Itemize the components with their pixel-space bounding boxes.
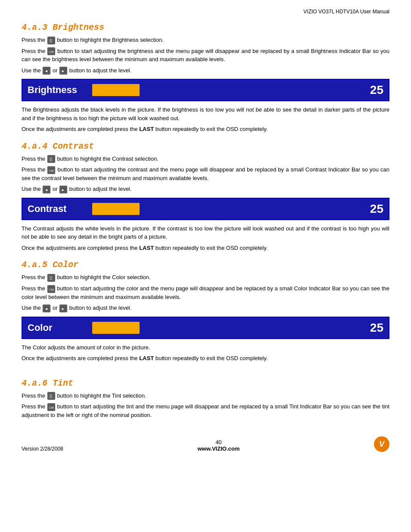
left-icon-2: ◄ xyxy=(43,186,50,193)
color-bar-value: 25 xyxy=(366,321,383,335)
ok-icon-3: OK xyxy=(47,285,55,293)
left-icon-3: ◄ xyxy=(43,305,50,312)
brightness-bar: Brightness 25 xyxy=(22,79,389,101)
contrast-bar: Contrast 25 xyxy=(22,198,389,220)
color-bar-label: Color xyxy=(28,322,88,333)
brightness-bar-value: 25 xyxy=(366,83,383,97)
page-header: VIZIO VO37L HDTV10A User Manual xyxy=(22,9,389,15)
color-bar-track xyxy=(92,322,362,334)
vizio-v-icon: V xyxy=(379,440,384,449)
svg-text:☰: ☰ xyxy=(49,39,53,43)
brightness-para2: Press the OK button to start adjusting t… xyxy=(22,47,389,64)
brightness-desc1: The Brightness adjusts the black levels … xyxy=(22,106,389,122)
brightness-bar-label: Brightness xyxy=(28,84,88,96)
brightness-desc2: Once the adjustments are completed press… xyxy=(22,125,389,134)
color-para2: Press the OK button to start adjusting t… xyxy=(22,284,389,301)
section-color: 4.a.5 Color Press the ☰ button to highli… xyxy=(22,260,389,362)
svg-text:☰: ☰ xyxy=(49,276,53,280)
ok-icon-1: OK xyxy=(47,47,55,55)
heading-color: 4.a.5 Color xyxy=(22,260,389,270)
heading-contrast: 4.a.4 Contrast xyxy=(22,141,389,151)
color-bar: Color 25 xyxy=(22,317,389,339)
svg-text:☰: ☰ xyxy=(49,394,53,398)
brightness-para3: Use the ◄ or ► button to adjust the leve… xyxy=(22,66,389,75)
color-para3: Use the ◄ or ► button to adjust the leve… xyxy=(22,304,389,312)
contrast-para2: Press the OK button to start adjusting t… xyxy=(22,165,389,182)
svg-text:OK: OK xyxy=(49,50,54,54)
svg-text:◄: ◄ xyxy=(44,188,48,192)
svg-text:OK: OK xyxy=(49,288,54,292)
contrast-bar-label: Contrast xyxy=(28,203,88,215)
contrast-para1: Press the ☰ button to highlight the Cont… xyxy=(22,155,389,163)
color-para1: Press the ☰ button to highlight the Colo… xyxy=(22,273,389,282)
right-icon-1: ► xyxy=(59,67,67,75)
menu-icon-1: ☰ xyxy=(47,37,55,44)
right-icon-3: ► xyxy=(59,305,67,312)
svg-text:OK: OK xyxy=(49,406,54,410)
menu-icon-3: ☰ xyxy=(47,274,55,282)
brightness-bar-track xyxy=(92,84,362,96)
section-contrast: 4.a.4 Contrast Press the ☰ button to hig… xyxy=(22,141,389,252)
svg-text:►: ► xyxy=(61,307,65,311)
contrast-desc2: Once the adjustments are completed press… xyxy=(22,244,389,252)
brightness-bar-fill xyxy=(92,84,140,96)
color-desc2: Once the adjustments are completed press… xyxy=(22,354,389,363)
footer-center: 40 www.VIZIO.com xyxy=(197,439,240,452)
left-icon-1: ◄ xyxy=(43,67,50,75)
tint-para2: Press the OK button to start adjusting t… xyxy=(22,402,389,419)
website: www.VIZIO.com xyxy=(197,445,240,452)
manual-title: VIZIO VO37L HDTV10A User Manual xyxy=(303,9,389,15)
contrast-bar-track xyxy=(92,203,362,215)
tint-para1: Press the ☰ button to highlight the Tint… xyxy=(22,392,389,400)
contrast-desc1: The Contrast adjusts the white levels in… xyxy=(22,224,389,241)
heading-brightness: 4.a.3 Brightness xyxy=(22,22,389,32)
ok-icon-4: OK xyxy=(47,403,55,411)
version-text: Version 2/28/2008 xyxy=(22,446,63,452)
vizio-logo: V xyxy=(374,436,389,452)
contrast-bar-value: 25 xyxy=(366,202,383,216)
menu-icon-2: ☰ xyxy=(47,155,55,163)
menu-icon-4: ☰ xyxy=(47,392,55,400)
right-icon-2: ► xyxy=(59,186,67,193)
color-desc1: The Color adjusts the amount of color in… xyxy=(22,343,389,352)
heading-tint: 4.a.6 Tint xyxy=(22,378,389,388)
svg-text:OK: OK xyxy=(49,169,54,173)
section-brightness: 4.a.3 Brightness Press the ☰ button to h… xyxy=(22,22,389,134)
svg-text:◄: ◄ xyxy=(44,69,48,73)
svg-text:◄: ◄ xyxy=(44,307,48,311)
section-tint: 4.a.6 Tint Press the ☰ button to highlig… xyxy=(22,378,389,420)
svg-text:►: ► xyxy=(61,188,65,192)
brightness-para1: Press the ☰ button to highlight the Brig… xyxy=(22,36,389,44)
svg-text:►: ► xyxy=(61,69,65,73)
ok-icon-2: OK xyxy=(47,166,55,174)
contrast-para3: Use the ◄ or ► button to adjust the leve… xyxy=(22,185,389,193)
color-bar-fill xyxy=(92,322,140,334)
page-number: 40 xyxy=(197,439,240,445)
contrast-bar-fill xyxy=(92,203,140,215)
svg-text:☰: ☰ xyxy=(49,157,53,162)
page-footer: Version 2/28/2008 40 www.VIZIO.com V xyxy=(22,432,389,452)
